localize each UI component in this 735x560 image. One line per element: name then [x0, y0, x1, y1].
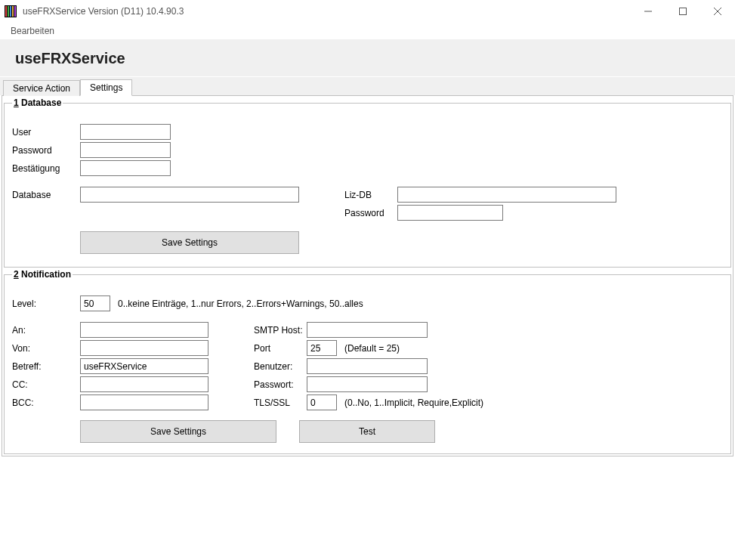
maximize-button[interactable] — [666, 0, 700, 23]
label-passwort: Passwort: — [254, 379, 307, 390]
input-passwort[interactable] — [307, 376, 428, 392]
label-lizpw: Password — [344, 208, 397, 218]
label-user: User — [12, 127, 80, 138]
input-port[interactable] — [307, 340, 337, 356]
tab-settings[interactable]: Settings — [80, 79, 132, 96]
label-betreff: Betreff: — [12, 361, 80, 372]
input-an[interactable] — [80, 322, 208, 338]
svg-rect-7 — [680, 8, 687, 15]
label-von: Von: — [12, 343, 80, 354]
label-database: Database — [12, 190, 80, 200]
label-lizdb: Liz-DB — [344, 190, 397, 200]
group-database: 1 Database User Password Bestätigung Dat… — [4, 97, 731, 268]
input-lizpw[interactable] — [397, 205, 503, 221]
button-notif-save[interactable]: Save Settings — [80, 420, 276, 443]
label-confirm: Bestätigung — [12, 163, 80, 174]
input-confirm[interactable] — [80, 160, 171, 176]
hint-port: (Default = 25) — [344, 343, 400, 354]
input-tls[interactable] — [307, 394, 337, 410]
label-level: Level: — [12, 299, 80, 309]
label-an: An: — [12, 325, 80, 336]
input-database[interactable] — [80, 187, 299, 203]
group-database-legend: 1 Database — [12, 97, 63, 108]
svg-rect-4 — [12, 6, 14, 17]
tab-bar: Service Action Settings — [0, 77, 735, 95]
input-benutzer[interactable] — [307, 358, 428, 374]
group-notification: 2 Notification Level: 0..keine Einträge,… — [4, 269, 731, 454]
label-password: Password — [12, 145, 80, 156]
input-cc[interactable] — [80, 376, 208, 392]
input-password[interactable] — [80, 142, 171, 158]
label-benutzer: Benutzer: — [254, 361, 307, 372]
input-level[interactable] — [80, 295, 110, 311]
menu-bar: Bearbeiten — [0, 23, 735, 39]
svg-rect-3 — [10, 6, 11, 17]
tab-service-action[interactable]: Service Action — [3, 80, 80, 96]
label-smtp: SMTP Host: — [254, 325, 307, 336]
menu-edit[interactable]: Bearbeiten — [6, 24, 59, 38]
label-port: Port — [254, 343, 307, 354]
page-title: useFRXService — [15, 50, 720, 67]
button-db-save[interactable]: Save Settings — [80, 231, 299, 254]
close-button[interactable] — [700, 0, 735, 23]
group-notification-legend: 2 Notification — [12, 269, 73, 280]
svg-rect-1 — [5, 6, 7, 17]
input-lizdb[interactable] — [397, 187, 616, 203]
window-title: useFRXService Version (D11) 10.4.90.3 — [23, 6, 184, 17]
tab-content-settings: 1 Database User Password Bestätigung Dat… — [2, 95, 733, 456]
label-bcc: BCC: — [12, 398, 80, 408]
input-bcc[interactable] — [80, 394, 208, 410]
hint-tls: (0..No, 1..Implicit, Require,Explicit) — [344, 398, 483, 408]
input-von[interactable] — [80, 340, 208, 356]
header-area: useFRXService — [0, 39, 735, 77]
title-bar: useFRXService Version (D11) 10.4.90.3 — [0, 0, 735, 23]
label-tls: TLS/SSL — [254, 398, 307, 408]
input-user[interactable] — [80, 124, 171, 140]
button-notif-test[interactable]: Test — [299, 420, 435, 443]
svg-rect-5 — [14, 6, 16, 17]
input-smtp[interactable] — [307, 322, 428, 338]
svg-rect-2 — [8, 6, 9, 17]
app-icon — [5, 5, 17, 17]
input-betreff[interactable] — [80, 358, 208, 374]
label-cc: CC: — [12, 379, 80, 390]
minimize-button[interactable] — [631, 0, 666, 23]
hint-level: 0..keine Einträge, 1..nur Errors, 2..Err… — [118, 299, 363, 309]
